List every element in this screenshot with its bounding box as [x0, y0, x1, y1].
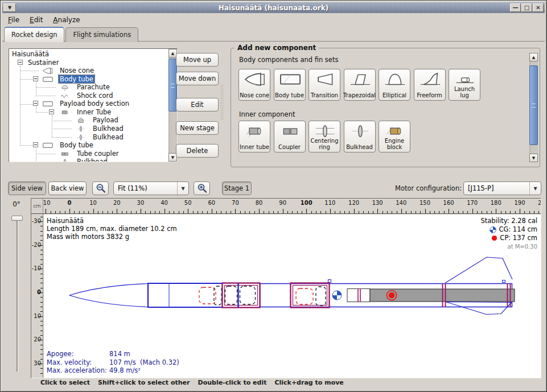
vertical-splitter[interactable]: [220, 84, 224, 119]
title-bar: ▼ Haisunäätä (haisunaata.ork) — □ ✕: [2, 2, 545, 13]
tree-item-body-tube[interactable]: Body tube: [9, 141, 168, 149]
payload-body-section-shape[interactable]: [223, 283, 260, 308]
side-view-button[interactable]: Side view: [8, 181, 46, 195]
minimize-button[interactable]: —: [510, 3, 521, 12]
bottom-fin-shape[interactable]: [446, 302, 512, 315]
add-elliptical-button[interactable]: Elliptical: [379, 69, 410, 101]
tree-expand-toggle[interactable]: [33, 76, 38, 81]
maximize-button[interactable]: □: [521, 3, 532, 12]
close-button[interactable]: ✕: [533, 3, 544, 12]
component-tree[interactable]: HaisunäätäSustainerNose coneBody tubePar…: [9, 48, 178, 162]
payload-shape[interactable]: [225, 286, 237, 304]
body-tube-icon: [40, 100, 56, 108]
add-centering-ring-button[interactable]: Centering ring: [309, 121, 340, 152]
add-coupler-button[interactable]: Coupler: [274, 121, 306, 152]
top-fin-shape[interactable]: [445, 257, 512, 283]
tree-item-payload[interactable]: Payload: [9, 116, 168, 124]
tree-item-bulkhead[interactable]: Bulkhead: [9, 125, 168, 133]
elliptical-icon: [383, 72, 408, 87]
add-nose-cone-button[interactable]: Nose cone: [238, 69, 270, 101]
add-launch-lug-button[interactable]: Launch lug: [449, 69, 480, 101]
rotation-slider-track[interactable]: [17, 221, 18, 372]
zoom-out-icon: [96, 183, 106, 193]
tree-item-tube-coupler[interactable]: Tube coupler: [9, 150, 168, 158]
tree-item-bulkhead[interactable]: Bulkhead: [9, 133, 168, 141]
tree-expand-toggle[interactable]: [49, 109, 54, 114]
bulkhead-icon: [348, 123, 373, 139]
tree-item-bulkhead[interactable]: Bulkhead: [9, 158, 168, 162]
zoom-in-button[interactable]: [194, 181, 210, 195]
tree-expand-toggle[interactable]: [18, 60, 23, 65]
add-trapezoidal-button[interactable]: Trapezoidal: [344, 69, 376, 101]
rocket-canvas[interactable]: Haisunäätä Length 189 cm, max. diameter …: [44, 214, 541, 378]
motor-mount-tube-shape[interactable]: [347, 289, 370, 302]
body-tube-icon: [40, 142, 56, 149]
add-freeform-button[interactable]: Freeform: [414, 69, 446, 101]
cp-value: CP: 137 cm: [500, 234, 537, 242]
tree-item-shock-cord[interactable]: Shock cord: [9, 92, 168, 100]
rotation-value: 0°: [7, 200, 26, 208]
tab-flight-simulations[interactable]: Flight simulations: [65, 27, 138, 42]
motor-configuration-label: Motor configuration:: [395, 184, 462, 192]
shock-cord-icon: [57, 92, 73, 100]
rotation-slider-handle[interactable]: [11, 216, 23, 221]
stability-condition: at M=0.30: [480, 242, 537, 251]
shock-cord2-shape[interactable]: [316, 287, 326, 306]
new-stage-button[interactable]: New stage: [176, 121, 219, 135]
motor-configuration-select[interactable]: [J115-P] ▼: [463, 181, 541, 195]
tab-rocket-design[interactable]: Rocket design: [4, 27, 64, 42]
cg-value: CG: 114 cm: [499, 225, 537, 234]
tree-expand-toggle[interactable]: [33, 101, 38, 106]
inner-component-label: Inner component: [239, 110, 295, 118]
tube-coupler-shape[interactable]: [291, 283, 330, 308]
cp-legend-icon: [491, 235, 497, 241]
tree-item-inner-tube[interactable]: Inner Tube: [9, 108, 168, 116]
menu-analyze[interactable]: Analyze: [48, 15, 85, 25]
add-bulkhead-button[interactable]: Bulkhead: [344, 121, 376, 152]
scroll-up-arrow-icon[interactable]: ▲: [529, 53, 538, 61]
add-inner-tube-button[interactable]: Inner tube: [238, 121, 270, 152]
ruler-unit-label: cm: [31, 199, 43, 214]
tree-item-haisun-t-[interactable]: Haisunäätä: [9, 50, 168, 58]
launch-lug-shape[interactable]: [503, 280, 505, 283]
parachute-shape[interactable]: [199, 287, 216, 304]
tree-item-sustainer[interactable]: Sustainer: [9, 59, 168, 67]
window-menu-button[interactable]: ▼: [3, 3, 16, 12]
back-view-button[interactable]: Back view: [48, 181, 87, 195]
app-window: ▼ Haisunäätä (haisunaata.ork) — □ ✕ File…: [0, 0, 547, 392]
tab-page: HaisunäätäSustainerNose coneBody tubePar…: [2, 41, 545, 390]
component-panel-scrollbar[interactable]: ▲ ▼: [529, 53, 538, 162]
delete-button[interactable]: Delete: [176, 144, 219, 158]
scroll-down-arrow-icon[interactable]: ▼: [529, 154, 538, 162]
attachment-marker: [328, 280, 331, 283]
add-body-tube-button[interactable]: Body tube: [274, 69, 306, 101]
menu-file[interactable]: File: [3, 15, 24, 25]
tree-item-nose-cone[interactable]: Nose cone: [9, 67, 168, 75]
zoom-out-button[interactable]: [92, 181, 109, 195]
parachute2-shape[interactable]: [296, 288, 313, 304]
inner-tube-icon: [242, 123, 268, 139]
stage-1-toggle[interactable]: Stage 1: [222, 181, 252, 195]
body-components-label: Body components and fin sets: [239, 56, 338, 64]
payload-icon: [73, 117, 89, 124]
tree-expand-toggle[interactable]: [33, 142, 38, 147]
tree-item-payload-body-section[interactable]: Payload body section: [9, 100, 168, 108]
tree-item-body-tube[interactable]: Body tube: [9, 75, 168, 83]
stability-value: Stability: 2.28 cal: [480, 217, 537, 225]
inner-tube-shape[interactable]: [240, 286, 256, 304]
body-tube-icon: [40, 76, 56, 83]
scrollbar-thumb[interactable]: [529, 65, 538, 145]
menu-edit[interactable]: Edit: [24, 15, 48, 25]
add-transition-button[interactable]: Transition: [309, 69, 340, 101]
tree-item-parachute[interactable]: Parachute: [9, 83, 168, 91]
tree-connector: [36, 162, 56, 162]
nose-cone-shape[interactable]: [69, 283, 169, 308]
move-down-button[interactable]: Move down: [176, 72, 219, 85]
view-toolbar: Side view Back view Fit (11%) ▼: [2, 180, 545, 200]
move-up-button[interactable]: Move up: [176, 53, 219, 67]
chevron-down-icon: ▼: [529, 182, 541, 195]
forward-body-tube-shape[interactable]: [148, 283, 223, 307]
add-engine-block-button[interactable]: Engine block: [379, 121, 410, 152]
edit-button[interactable]: Edit: [176, 98, 219, 112]
zoom-level-select[interactable]: Fit (11%) ▼: [113, 181, 189, 195]
